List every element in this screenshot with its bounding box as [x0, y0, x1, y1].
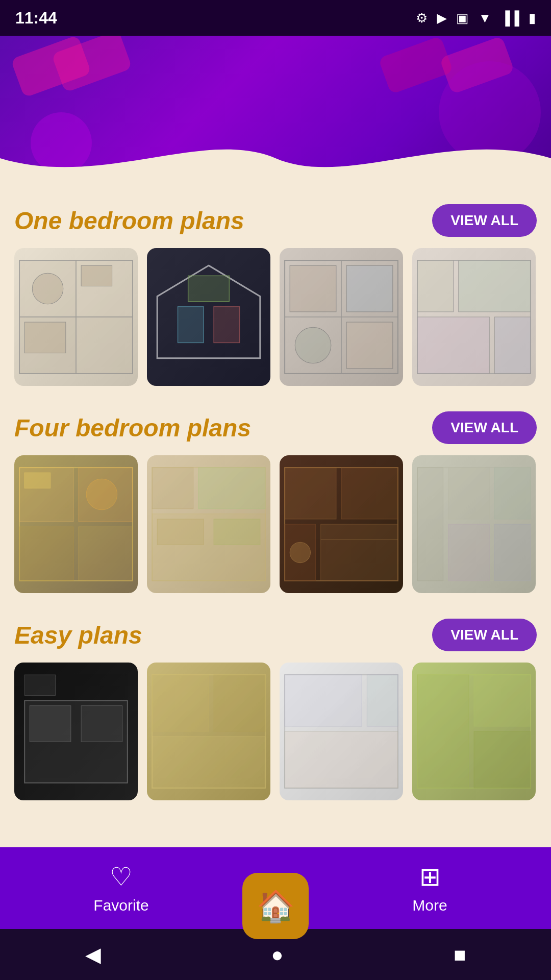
svg-rect-52: [81, 706, 122, 742]
svg-rect-33: [198, 468, 265, 509]
one-bedroom-view-all[interactable]: VIEW ALL: [432, 204, 537, 237]
floor-plan-svg-c4: [412, 663, 536, 800]
header-banner: [0, 36, 551, 189]
status-icons: ⚙ ▶ ▣ ▼ ▐▐ ▮: [416, 10, 536, 26]
signal-icon: ▐▐: [500, 10, 519, 26]
svg-rect-47: [494, 468, 531, 519]
one-bedroom-card-4[interactable]: [412, 248, 536, 386]
svg-rect-56: [214, 675, 265, 731]
svg-rect-16: [346, 265, 393, 312]
one-bedroom-card-2[interactable]: [147, 248, 270, 386]
easy-plans-header: Easy plans VIEW ALL: [14, 619, 537, 651]
settings-icon: ⚙: [416, 10, 428, 26]
sim-icon: ▣: [456, 10, 469, 26]
favorite-label: Favorite: [93, 897, 148, 914]
svg-rect-10: [214, 307, 239, 343]
svg-rect-29: [24, 473, 50, 488]
battery-icon: ▮: [529, 10, 536, 26]
one-bedroom-grid: [14, 248, 537, 386]
easy-plans-section: Easy plans VIEW ALL: [14, 619, 537, 800]
four-bedroom-title: Four bedroom plans: [14, 414, 251, 442]
easy-plans-grid: [14, 663, 537, 800]
svg-rect-61: [285, 731, 398, 788]
svg-point-17: [295, 327, 331, 363]
four-bedroom-header: Four bedroom plans VIEW ALL: [14, 411, 537, 444]
one-bedroom-title: One bedroom plans: [14, 207, 244, 235]
four-bedroom-view-all[interactable]: VIEW ALL: [432, 411, 537, 444]
easy-plans-view-all[interactable]: VIEW ALL: [432, 619, 537, 651]
more-icon: ⊞: [419, 862, 441, 892]
wifi-icon: ▼: [478, 10, 491, 26]
four-bedroom-section: Four bedroom plans VIEW ALL: [14, 411, 537, 593]
back-button[interactable]: ◀: [85, 943, 101, 966]
easy-plans-card-4[interactable]: [412, 663, 536, 800]
home-center-button[interactable]: 🏠: [242, 873, 309, 939]
banner-wave: [0, 128, 551, 189]
svg-rect-38: [285, 468, 336, 519]
floor-plan-svg-c1: [14, 663, 138, 800]
svg-rect-64: [474, 675, 531, 726]
svg-point-30: [86, 479, 117, 510]
floor-plan-svg-c2: [147, 663, 270, 800]
svg-rect-9: [178, 307, 204, 343]
svg-rect-57: [152, 737, 265, 788]
svg-rect-60: [367, 675, 398, 726]
svg-rect-27: [19, 527, 73, 581]
svg-point-5: [32, 273, 63, 304]
floor-plan-svg-2: [147, 248, 270, 386]
main-content: One bedroom plans VIEW ALL: [0, 189, 551, 800]
one-bedroom-card-1[interactable]: [14, 248, 138, 386]
floor-plan-svg-c3: [280, 663, 403, 800]
shield-icon: ▶: [437, 10, 447, 26]
four-bedroom-grid: [14, 455, 537, 593]
one-bedroom-card-3[interactable]: [280, 248, 403, 386]
svg-rect-28: [79, 527, 133, 581]
floor-plan-svg-1: [14, 248, 138, 386]
svg-rect-22: [417, 317, 489, 374]
svg-rect-21: [459, 260, 531, 312]
svg-rect-53: [24, 675, 56, 695]
easy-plans-card-3[interactable]: [280, 663, 403, 800]
svg-rect-36: [214, 519, 260, 545]
four-bedroom-card-2[interactable]: [147, 455, 270, 593]
svg-rect-45: [417, 468, 443, 581]
svg-rect-59: [285, 675, 362, 726]
status-time: 11:44: [15, 9, 57, 28]
svg-rect-4: [76, 317, 133, 374]
floor-plan-svg-4: [412, 248, 536, 386]
svg-rect-23: [494, 317, 531, 374]
svg-rect-20: [417, 260, 454, 312]
home-button[interactable]: ●: [271, 943, 283, 966]
svg-rect-65: [474, 731, 531, 788]
svg-rect-51: [30, 706, 71, 742]
favorite-icon: ♡: [110, 862, 133, 892]
floor-plan-svg-b1: [14, 455, 138, 593]
svg-rect-11: [188, 276, 230, 301]
svg-point-42: [290, 542, 310, 562]
status-bar: 11:44 ⚙ ▶ ▣ ▼ ▐▐ ▮: [0, 0, 551, 36]
more-label: More: [412, 897, 447, 914]
floor-plan-svg-b2: [147, 455, 270, 593]
easy-plans-card-1[interactable]: [14, 663, 138, 800]
svg-rect-35: [157, 519, 204, 545]
svg-rect-15: [290, 265, 336, 312]
svg-rect-49: [494, 524, 531, 581]
four-bedroom-card-3[interactable]: [280, 455, 403, 593]
four-bedroom-card-1[interactable]: [14, 455, 138, 593]
recent-apps-button[interactable]: ■: [454, 943, 466, 966]
svg-rect-41: [321, 524, 398, 581]
easy-plans-title: Easy plans: [14, 621, 142, 649]
svg-rect-18: [346, 322, 393, 369]
one-bedroom-header: One bedroom plans VIEW ALL: [14, 204, 537, 237]
favorite-nav-item[interactable]: ♡ Favorite: [0, 862, 242, 914]
home-icon: 🏠: [257, 888, 295, 924]
floor-plan-svg-b4: [412, 455, 536, 593]
svg-rect-63: [417, 675, 469, 788]
svg-rect-55: [152, 675, 209, 731]
svg-rect-7: [24, 322, 66, 353]
more-nav-item[interactable]: ⊞ More: [309, 862, 551, 914]
floor-plan-svg-b3: [280, 455, 403, 593]
one-bedroom-section: One bedroom plans VIEW ALL: [14, 204, 537, 386]
four-bedroom-card-4[interactable]: [412, 455, 536, 593]
easy-plans-card-2[interactable]: [147, 663, 270, 800]
